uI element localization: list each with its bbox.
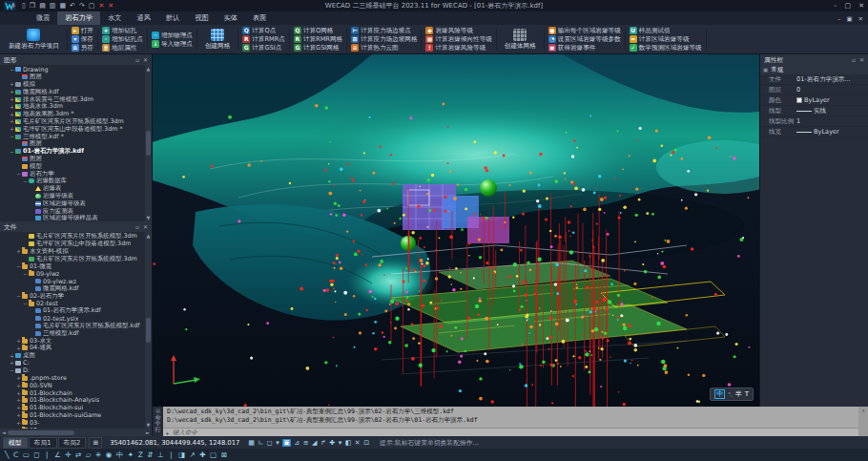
close-panel-icon[interactable]: ✕ — [859, 56, 864, 63]
ribbon-button-saveas[interactable]: ≡另存 — [72, 44, 93, 52]
ribbon-button-q-point[interactable]: Q计算Q点 — [242, 27, 285, 34]
expander-icon[interactable]: + — [15, 428, 22, 429]
ribbon-button-rockburst-level[interactable]: ◆岩爆风险等级 — [425, 27, 491, 34]
ribbon-button-gsi-grid[interactable]: G计算GSI网格 — [294, 44, 342, 52]
ribbon-button-predict-region-level[interactable]: ✓数学预测区域岩爆等级 — [630, 44, 702, 52]
circle-tool-icon[interactable]: C — [13, 450, 18, 460]
redo-icon[interactable]: ↷ — [79, 1, 85, 10]
tab-1[interactable]: 岩石力学 — [57, 11, 100, 25]
z-axis-tool-icon[interactable]: Z — [138, 450, 143, 460]
expander-icon[interactable]: + — [15, 375, 22, 381]
lineweight-icon[interactable]: ≡ — [303, 439, 309, 447]
expander-icon[interactable]: − — [22, 271, 29, 277]
undo-icon[interactable]: ↶ — [70, 1, 75, 10]
tree-item[interactable]: +00-SVN — [0, 382, 152, 389]
rectangle-tool-icon[interactable]: ▭ — [23, 450, 30, 460]
expander-icon[interactable]: + — [15, 420, 22, 426]
ribbon-button-sample-test[interactable]: U样品测试值 — [630, 27, 702, 34]
expander-icon[interactable]: − — [22, 301, 29, 306]
ribbon-button-add-physical-point[interactable]: ◦增加物理点 — [152, 31, 193, 39]
maximize-icon[interactable]: ▢ — [845, 2, 852, 10]
expander-icon[interactable]: + — [9, 89, 15, 94]
tab-4[interactable]: 默认 — [158, 11, 187, 25]
expander-icon[interactable]: + — [15, 338, 22, 344]
add-layout-button[interactable]: ⊞ — [89, 437, 102, 449]
property-row[interactable]: 颜色ByLayer — [760, 95, 868, 106]
tree-item[interactable]: +C: — [0, 360, 152, 367]
arrow-tool-icon[interactable]: ↗ — [190, 450, 196, 460]
ribbon-button-new-project[interactable]: 新建岩石力学项目 — [5, 29, 63, 51]
tree-item[interactable]: −01-岩石力学演示.kdf — [0, 148, 152, 156]
ribbon-button-output-region-level[interactable]: ●输出每个区域岩爆等级 — [548, 27, 621, 34]
close-doc-icon[interactable]: ✕ — [98, 1, 104, 10]
expander-icon[interactable]: − — [15, 263, 22, 269]
doc-minimize-icon[interactable]: – — [837, 15, 840, 23]
tree-item[interactable]: 微震网格.kdf — [0, 285, 152, 293]
locate-tool-icon[interactable]: 中 — [116, 450, 124, 460]
annotation-icon[interactable]: ↱ — [320, 439, 326, 447]
ribbon-button-stress-grid[interactable]: ⊞计算应力场边坡网格 — [351, 35, 417, 43]
expander-icon[interactable]: + — [9, 104, 15, 110]
expander-icon[interactable]: + — [15, 405, 22, 410]
ribbon-button-thermal-cloud[interactable]: ≋计算热力云图 — [351, 44, 417, 52]
property-row[interactable]: 文件01-岩石力学演示... — [760, 74, 868, 85]
save-all-icon[interactable]: ▥ — [50, 1, 56, 10]
expander-icon[interactable]: + — [9, 360, 15, 366]
command-panel-tab[interactable]: ▤ 命令行 — [153, 407, 163, 436]
files-tree-scrollbar[interactable]: ▲▼ — [145, 232, 152, 429]
close-panel-icon[interactable]: ✕ — [143, 56, 148, 63]
polar-tracking-icon[interactable]: ◻ — [267, 439, 273, 447]
window-icon[interactable]: ▢ — [89, 1, 95, 10]
tree-item[interactable]: +03- — [0, 419, 152, 427]
expander-icon[interactable]: + — [9, 81, 15, 87]
tree-item[interactable]: 区域岩爆等级样品表 — [0, 215, 152, 221]
fullscreen-icon[interactable]: ⊡ — [363, 439, 369, 447]
expander-icon[interactable]: + — [9, 96, 15, 102]
dynamic-input-icon[interactable]: ◢ — [312, 439, 317, 447]
swap-tool-icon[interactable]: ⇄ — [75, 450, 81, 460]
tab-6[interactable]: 实体 — [217, 11, 245, 25]
tree-item[interactable]: −02-岩石力学 — [0, 292, 152, 300]
tree-item[interactable]: −三维模型.kdf * — [0, 133, 152, 140]
graphics-tree-scrollbar[interactable]: ▲▼ — [145, 65, 152, 221]
pin-icon[interactable]: ▫ — [135, 223, 139, 230]
angle-tool-icon[interactable]: ∠ — [54, 450, 61, 460]
tree-item[interactable]: +桌面 — [0, 352, 152, 360]
pin-icon[interactable]: ▫ — [135, 56, 139, 63]
tree-item[interactable]: +.pnpm-store — [0, 374, 152, 382]
expander-icon[interactable]: + — [9, 112, 15, 117]
perpendicular-tool-icon[interactable]: ⊥ — [157, 450, 164, 460]
ribbon-button-rmr-grid[interactable]: R计算RMR网格 — [294, 35, 342, 43]
tree-item[interactable]: 图层 — [0, 156, 152, 163]
tree-item[interactable]: −01-微震 — [0, 262, 152, 270]
tree-item[interactable]: 毛坪矿区河东山中段巷道模型.3dm — [0, 241, 152, 248]
tree-item[interactable]: 毛片矿区河东片区开拓系统模型.3dm — [0, 255, 152, 262]
ribbon-button-import-physical-point[interactable]: ↓导入物理点 — [152, 40, 193, 48]
ribbon-button-rockburst-tendency[interactable]: ▦计算岩爆倾向性等级 — [425, 35, 491, 43]
save-icon[interactable]: ▤ — [39, 1, 46, 10]
center-tool-icon[interactable]: ◉ — [106, 450, 113, 460]
pin-icon[interactable]: ▫ — [852, 56, 856, 63]
parallelogram-tool-icon[interactable]: ▱ — [86, 450, 92, 460]
ribbon-button-set-region-params[interactable]: ◔设置区域岩爆等级参数 — [548, 35, 621, 43]
ribbon-button-create-volume-mesh[interactable]: 创建体网格 — [501, 29, 540, 51]
tree-item[interactable]: 三维模型.kdf — [0, 329, 152, 337]
minimize-icon[interactable]: – — [834, 2, 837, 10]
command-output[interactable]: D:\wecad_sdk_ky\3d_cad_2\bin_git\矿冶-典型案例… — [163, 407, 858, 436]
tree-item[interactable]: −岩石力学 — [0, 170, 152, 178]
property-row[interactable]: 线宽ByLayer — [760, 127, 868, 137]
files-tree-hscrollbar[interactable]: ◄► — [0, 429, 152, 436]
tree-item[interactable]: −09-ylwz — [0, 270, 152, 278]
collapse-icon[interactable]: ▣ — [763, 67, 768, 73]
expander-icon[interactable]: + — [15, 390, 22, 396]
plus-tool-icon[interactable]: ✛ — [65, 450, 71, 460]
tree-item[interactable]: +01-Blockchain-Analysis — [0, 397, 152, 405]
doc-restore-icon[interactable]: ▣ — [846, 15, 852, 23]
ribbon-button-open[interactable]: ▸打开 — [72, 27, 93, 34]
command-input[interactable]: ▸ 键入命令 — [163, 428, 858, 436]
print-icon[interactable]: ▦ — [59, 1, 66, 10]
ribbon-button-add-borehole-point[interactable]: ·增加钻孔点 — [102, 35, 143, 43]
layout-tab-0[interactable]: 模型 — [3, 437, 28, 449]
tree-item[interactable]: +03-水文 — [0, 337, 152, 345]
grid-toggle-icon[interactable]: ▦ — [248, 439, 255, 447]
